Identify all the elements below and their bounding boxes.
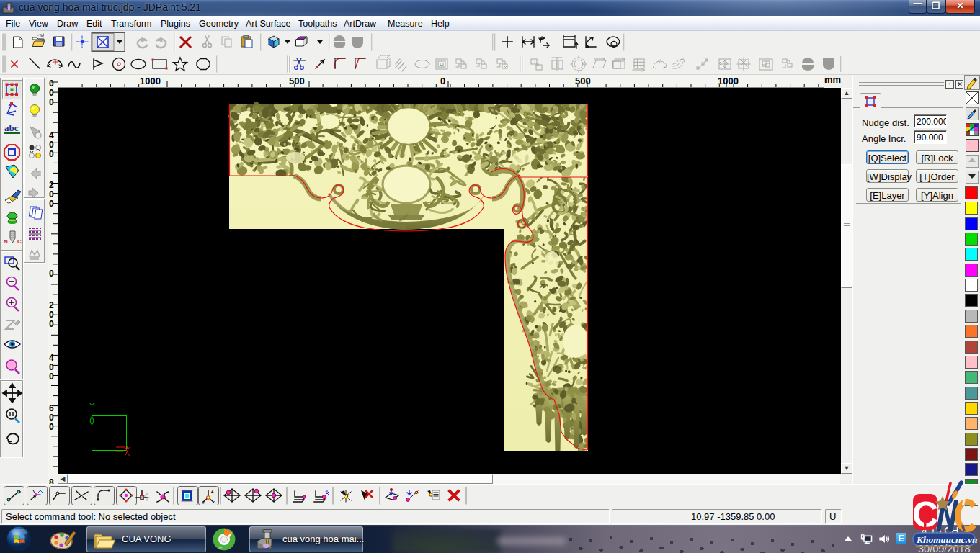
svg-text:0: 0 <box>49 88 54 98</box>
svg-text:0: 0 <box>49 413 54 423</box>
svg-text:0: 0 <box>49 319 54 329</box>
svg-text:y: y <box>202 500 205 504</box>
svg-text:2: 2 <box>49 300 54 310</box>
svg-text:0: 0 <box>49 372 54 382</box>
svg-text:0: 0 <box>49 140 54 150</box>
svg-text:0: 0 <box>49 310 54 320</box>
svg-text:4: 4 <box>49 130 54 140</box>
svg-text:6: 6 <box>49 403 54 413</box>
svg-text:1000: 1000 <box>718 76 739 86</box>
svg-text:C: C <box>17 238 22 245</box>
svg-text:1000: 1000 <box>140 76 161 86</box>
svg-text:0: 0 <box>49 269 54 279</box>
svg-text:0: 0 <box>49 97 54 107</box>
svg-text:0: 0 <box>49 362 54 372</box>
svg-text:0: 0 <box>440 76 445 86</box>
svg-text:N: N <box>4 238 8 245</box>
svg-text:z: z <box>211 488 214 493</box>
svg-text:8: 8 <box>49 477 54 484</box>
svg-text:0: 0 <box>49 189 54 199</box>
svg-text:30/09/2018: 30/09/2018 <box>918 543 971 553</box>
svg-text:2: 2 <box>49 180 54 190</box>
svg-text:x: x <box>213 500 215 504</box>
svg-text:0: 0 <box>49 422 54 432</box>
svg-text:0: 0 <box>49 199 54 209</box>
svg-text:abc: abc <box>4 122 19 133</box>
svg-text:500: 500 <box>289 76 305 86</box>
svg-text:0: 0 <box>49 149 54 159</box>
svg-text:0: 0 <box>49 78 54 89</box>
svg-text:4: 4 <box>49 353 54 363</box>
svg-text:500: 500 <box>575 76 591 86</box>
